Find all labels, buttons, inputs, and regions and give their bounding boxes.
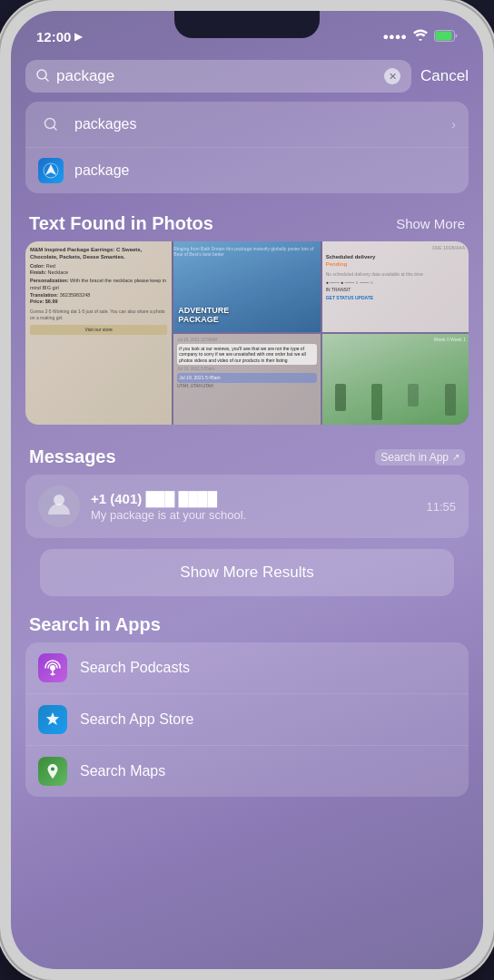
person-icon [46,491,72,523]
search-container: package ✕ Cancel [11,51,483,102]
apps-list: Search Podcasts Search App Store [25,642,469,797]
suggestion-arrow-icon: › [451,117,456,132]
signal-icon: ●●●● [382,31,407,42]
phone-screen: 12:00 ▶ ●●●● package ✕ C [11,11,483,969]
status-time: 12:00 ▶ [36,29,82,44]
cancel-button[interactable]: Cancel [420,67,469,85]
search-in-apps-title: Search in Apps [29,614,161,635]
notch [174,11,320,38]
suggestion-package-text: package [74,162,456,179]
search-podcasts-item[interactable]: Search Podcasts [25,642,469,694]
battery-icon [434,30,458,44]
appstore-icon [38,705,67,734]
message-sender: +1 (401) ███ ████ [91,491,415,506]
svg-rect-1 [436,31,452,40]
photo-cell-5[interactable]: Week 0 Week 1 [322,334,469,425]
search-appstore-item[interactable]: Search App Store [25,694,469,746]
message-card[interactable]: +1 (401) ███ ████ My package is at your … [25,475,469,538]
location-icon: ▶ [74,31,82,43]
photos-section-header: Text Found in Photos Show More [11,202,483,241]
messages-section-title: Messages [29,446,116,467]
avatar [38,485,80,527]
message-content: +1 (401) ███ ████ My package is at your … [91,491,415,522]
search-bar[interactable]: package ✕ [25,60,411,93]
photo-cell-4[interactable]: Jul 19, 2021 12:55AM if you look at our … [173,334,320,425]
photos-section-title: Text Found in Photos [29,213,213,234]
search-maps-item[interactable]: Search Maps [25,746,469,797]
search-appstore-label: Search App Store [80,711,193,728]
suggestion-packages-text: packages [74,116,440,132]
messages-section: +1 (401) ███ ████ My package is at your … [25,475,469,538]
suggestions-list: packages › package [25,102,469,193]
maps-icon [38,757,67,786]
suggestion-package[interactable]: package [25,148,469,193]
safari-icon [38,158,64,183]
suggestion-packages[interactable]: packages › [25,102,469,148]
show-more-results-button[interactable]: Show More Results [40,549,454,596]
search-suggestion-icon [38,112,64,137]
search-maps-label: Search Maps [80,763,165,779]
wifi-icon [412,29,429,44]
search-text: package [56,67,377,85]
messages-section-header: Messages Search in App ↗ [11,436,483,475]
time-display: 12:00 [36,29,71,44]
photos-grid[interactable]: M&M Inspired Package Earrings: C Sweets,… [25,241,469,425]
search-in-apps-header: Search in Apps [25,611,469,642]
message-time: 11:55 [426,500,456,514]
photos-show-more[interactable]: Show More [396,216,465,231]
photo-cell-3[interactable]: DUE 10/26/AAA Scheduled delivery Pending… [322,241,469,332]
podcasts-icon [38,653,67,682]
status-right: ●●●● [382,29,458,44]
svg-point-7 [50,665,55,671]
photo-cell-1[interactable]: M&M Inspired Package Earrings: C Sweets,… [25,241,172,425]
message-preview: My package is at your school. [91,508,415,522]
search-in-app-label: Search in App [380,451,449,464]
search-in-apps-section: Search in Apps Search Podcasts [25,611,469,797]
photo-cell-2[interactable]: ADVENTUREPACKAGE Ringing from Bath Dream… [173,241,320,332]
search-in-app-badge[interactable]: Search in App ↗ [375,449,465,466]
svg-marker-5 [45,164,56,175]
clear-button[interactable]: ✕ [384,68,400,84]
phone-frame: 12:00 ▶ ●●●● package ✕ C [0,0,494,980]
show-more-label: Show More Results [180,564,313,581]
search-icon [36,69,49,84]
svg-point-8 [51,768,54,771]
external-link-icon: ↗ [452,452,459,462]
search-podcasts-label: Search Podcasts [80,660,190,676]
